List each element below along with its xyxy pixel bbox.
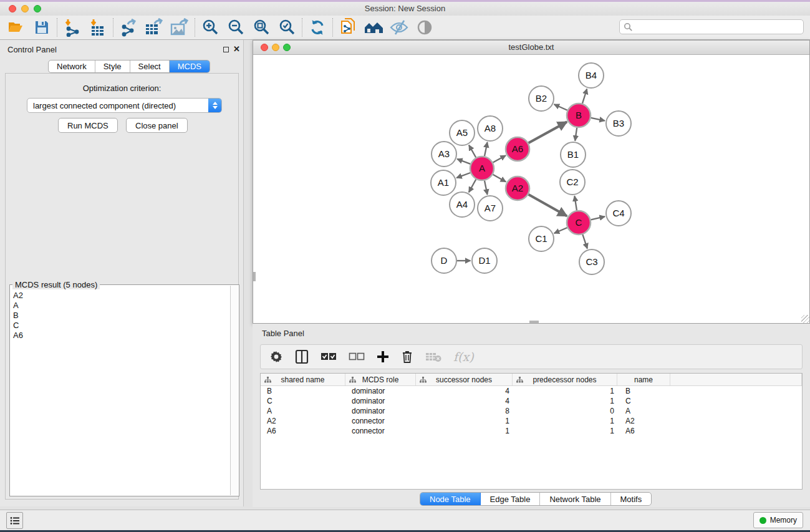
network-window-titlebar[interactable]: testGlobe.txt: [253, 41, 809, 55]
attribute-tree-icon: [264, 377, 271, 383]
duplicate-network-icon[interactable]: [338, 17, 358, 37]
table-panel: Table Panel ✕: [253, 324, 810, 507]
mcds-result-item[interactable]: A2: [13, 291, 230, 301]
close-network-window-button[interactable]: [261, 44, 268, 51]
table-cell: C: [261, 396, 345, 406]
control-panel: Control Panel ✕ NetworkStyleSelectMCDS O…: [0, 40, 244, 506]
graph-edge-A-A3[interactable]: [457, 159, 470, 164]
window-resize-grip[interactable]: [801, 315, 809, 323]
table-row[interactable]: A2connector11A2: [261, 416, 802, 426]
memory-button[interactable]: Memory: [753, 512, 803, 528]
mcds-result-item[interactable]: A: [13, 301, 230, 311]
minimize-network-window-button[interactable]: [272, 44, 279, 51]
table-row[interactable]: Adominator80A: [261, 406, 802, 416]
graph-edge-B-B4[interactable]: [582, 89, 587, 103]
memory-label: Memory: [770, 516, 797, 525]
table-cell: A: [261, 406, 345, 416]
control-panel-tabs: NetworkStyleSelectMCDS: [48, 60, 210, 73]
mcds-result-item[interactable]: C: [13, 321, 230, 331]
column-visibility-icon[interactable]: [295, 349, 309, 364]
export-network-icon[interactable]: [118, 17, 138, 37]
network-canvas[interactable]: B4B2BB3A8A5A6B1A3AC2A1A2A4A7C4CC1C3DD1: [253, 55, 809, 323]
graph-edge-A2-C[interactable]: [528, 195, 567, 216]
home-view-icon[interactable]: [364, 17, 383, 37]
graph-edge-A6-B[interactable]: [529, 122, 567, 143]
optimization-criterion-select[interactable]: largest connected component (directed): [27, 98, 222, 113]
tab-mcds[interactable]: MCDS: [170, 60, 210, 72]
close-panel-button[interactable]: Close panel: [126, 118, 188, 133]
task-history-list-icon[interactable]: [6, 512, 23, 529]
graph-edge-B-B1[interactable]: [575, 128, 577, 141]
mcds-result-list[interactable]: A2ABCA6: [11, 286, 230, 495]
table-cell: B: [261, 386, 345, 396]
graph-edge-A-A7[interactable]: [485, 181, 488, 195]
mcds-result-item[interactable]: B: [13, 311, 230, 321]
table-cell: dominator: [345, 396, 416, 406]
tab-node-table[interactable]: Node Table: [420, 493, 481, 505]
result-list-scrollbar[interactable]: [230, 286, 238, 495]
search-box[interactable]: [619, 19, 804, 34]
export-image-icon[interactable]: [170, 17, 190, 37]
run-mcds-button[interactable]: Run MCDS: [58, 118, 118, 133]
graph-edge-C-C4[interactable]: [591, 216, 605, 220]
graph-edge-A-A6[interactable]: [493, 155, 506, 162]
table-row[interactable]: A6connector11A6: [261, 426, 802, 436]
close-panel-icon[interactable]: ✕: [233, 44, 240, 54]
zoom-window-button[interactable]: [34, 5, 41, 12]
tab-select[interactable]: Select: [130, 60, 170, 72]
column-header-predecessor-nodes[interactable]: predecessor nodes: [513, 374, 617, 385]
zoom-in-icon[interactable]: [200, 17, 220, 37]
graph-edge-A-A4[interactable]: [469, 180, 476, 193]
column-header-MCDS-role[interactable]: MCDS role: [345, 374, 416, 385]
add-column-icon[interactable]: [377, 349, 389, 364]
search-input[interactable]: [633, 22, 803, 31]
graph-edge-C-C3[interactable]: [582, 235, 587, 249]
delete-table-icon: [425, 349, 441, 364]
table-cell: 1: [416, 416, 513, 426]
table-cell: 1: [416, 426, 513, 436]
graph-node-label: B1: [567, 149, 579, 160]
tab-network[interactable]: Network: [49, 60, 95, 72]
table-row[interactable]: Cdominator41C: [261, 396, 802, 406]
zoom-fit-icon[interactable]: [251, 17, 271, 37]
tab-motifs[interactable]: Motifs: [611, 493, 652, 505]
graph-edge-A-A2[interactable]: [493, 175, 506, 182]
hide-graphics-eye-slash-icon[interactable]: [389, 17, 409, 37]
tab-edge-table[interactable]: Edge Table: [481, 493, 541, 505]
column-header-name[interactable]: name: [617, 374, 670, 385]
tab-style[interactable]: Style: [95, 60, 130, 72]
close-window-button[interactable]: [9, 5, 16, 12]
export-table-icon[interactable]: [144, 17, 164, 37]
zoom-network-window-button[interactable]: [283, 44, 291, 51]
float-panel-icon[interactable]: [223, 47, 229, 52]
settings-gear-icon[interactable]: [269, 349, 283, 364]
graph-edge-A-A5[interactable]: [469, 145, 476, 158]
import-network-file-icon[interactable]: [62, 17, 82, 37]
minimize-window-button[interactable]: [21, 5, 29, 12]
zoom-out-icon[interactable]: [226, 17, 246, 37]
graph-node-label: A8: [485, 123, 496, 133]
table-row[interactable]: Bdominator41B: [261, 386, 802, 396]
mcds-result-item[interactable]: A6: [13, 331, 230, 341]
graph-edge-A-A1[interactable]: [456, 173, 470, 178]
select-all-checkboxes-icon[interactable]: [321, 349, 337, 364]
graph-edge-C-C1[interactable]: [554, 228, 567, 233]
open-file-icon[interactable]: [6, 17, 26, 37]
graph-edge-B-B2[interactable]: [554, 104, 567, 110]
refresh-layout-icon[interactable]: [307, 17, 327, 37]
table-panel-header: Table Panel ✕: [253, 324, 810, 342]
column-header-shared-name[interactable]: shared name: [261, 374, 345, 385]
tab-network-table[interactable]: Network Table: [540, 493, 610, 505]
zoom-selected-icon[interactable]: [277, 17, 297, 37]
graph-edge-B-B3[interactable]: [591, 118, 605, 121]
column-header-successor-nodes[interactable]: successor nodes: [416, 374, 513, 385]
import-table-file-icon[interactable]: [88, 17, 108, 37]
save-session-icon[interactable]: [32, 17, 52, 37]
function-builder-icon: f(x): [453, 349, 474, 364]
show-graphics-eye-icon[interactable]: [415, 17, 435, 37]
graph-edge-A-A8[interactable]: [485, 142, 488, 156]
graph-node-label: D1: [478, 255, 490, 266]
delete-column-trash-icon[interactable]: [401, 349, 413, 364]
graph-edge-C-C2[interactable]: [574, 196, 577, 210]
deselect-all-checkboxes-icon[interactable]: [349, 349, 365, 364]
